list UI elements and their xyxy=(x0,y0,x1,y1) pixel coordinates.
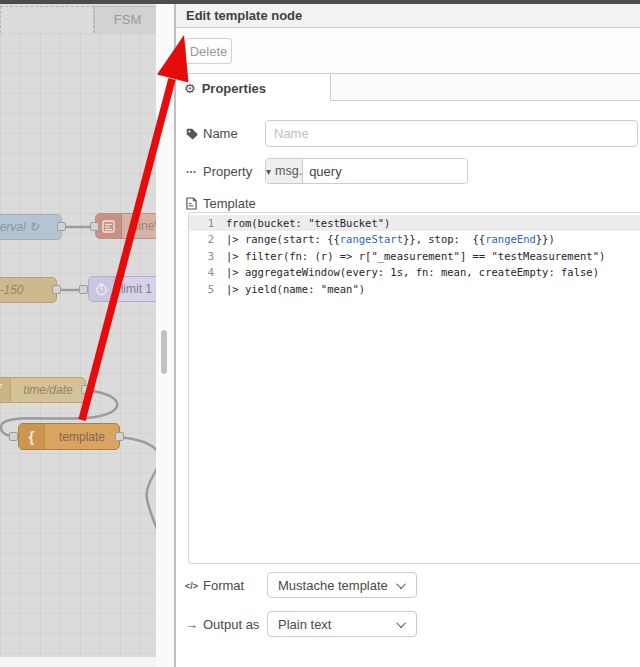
flow-tab-placeholder[interactable] xyxy=(0,6,94,33)
port-interval-out[interactable] xyxy=(57,222,66,231)
tray-body: Name ••• Property ▾ msg. Template xyxy=(176,101,640,667)
ellipsis-icon: ••• xyxy=(185,168,198,175)
canvas-horizontal-scrollbar[interactable] xyxy=(0,657,156,667)
flow-tab-fsm[interactable]: FSM xyxy=(94,6,161,33)
node-s-150[interactable]: s-150 xyxy=(0,277,57,303)
output-value: Plain text xyxy=(278,617,399,632)
flow-tabbar: FSM xyxy=(0,4,156,33)
tab-properties-label: Properties xyxy=(202,81,266,96)
msg-prefix: msg. xyxy=(275,164,302,178)
tag-icon xyxy=(185,128,198,140)
function-icon: f xyxy=(0,378,11,402)
brace-icon: { xyxy=(19,424,45,449)
template-label: Template xyxy=(185,196,256,211)
format-label: </> Format xyxy=(185,578,244,593)
tab-properties[interactable]: ⚙ Properties xyxy=(176,74,331,102)
node-template[interactable]: { template xyxy=(18,423,120,450)
node-time-date[interactable]: f time/date xyxy=(0,377,86,403)
port-timedate-out[interactable] xyxy=(81,385,90,394)
template-editor-lines: 1from(bucket: "testBucket")2|> range(sta… xyxy=(189,213,640,297)
tray-title: Edit template node xyxy=(176,4,640,28)
scrollbar-thumb[interactable] xyxy=(161,330,167,374)
timer-icon xyxy=(89,277,115,301)
property-group: ▾ msg. xyxy=(265,158,468,184)
flow-grid[interactable]: interval ↻ sineW s-150 limit 1 ms xyxy=(0,33,156,657)
code-line: 1from(bucket: "testBucket") xyxy=(189,215,640,231)
code-line: 3|> filter(fn: (r) => r["_measurement"] … xyxy=(189,248,640,264)
port-s150-out[interactable] xyxy=(52,285,61,294)
output-select[interactable]: Plain text xyxy=(267,611,417,637)
header-bar-edge xyxy=(0,0,640,4)
node-limit[interactable]: limit 1 ms xyxy=(88,276,156,302)
canvas-vertical-scrollbar[interactable] xyxy=(156,4,174,667)
tray-tabs: ⚙ Properties xyxy=(176,73,640,101)
node-interval[interactable]: interval ↻ xyxy=(0,214,62,240)
caret-down-icon: ▾ xyxy=(266,166,271,177)
output-label: → Output as xyxy=(185,617,259,632)
code-line: 2|> range(start: {{rangeStart}}, stop: {… xyxy=(189,231,640,247)
arrow-right-icon: → xyxy=(185,617,198,632)
flow-canvas[interactable]: FSM interval ↻ sineW s-150 xyxy=(0,0,156,667)
code-brackets-icon: </> xyxy=(185,581,198,591)
port-template-out[interactable] xyxy=(115,432,124,441)
flow-wires xyxy=(0,33,156,657)
name-label: Name xyxy=(185,126,238,141)
port-template-in[interactable] xyxy=(9,432,18,441)
edit-tray: Edit template node Delete ⚙ Properties N… xyxy=(174,4,640,667)
format-value: Mustache template xyxy=(278,578,399,593)
code-line: 4|> aggregateWindow(every: 1s, fn: mean,… xyxy=(189,264,640,280)
property-input[interactable] xyxy=(303,159,468,183)
msg-type-dropdown[interactable]: ▾ msg. xyxy=(266,159,303,183)
delete-button[interactable]: Delete xyxy=(185,38,232,64)
sinewave-icon xyxy=(96,214,122,238)
property-label: ••• Property xyxy=(185,164,252,179)
node-red-window: FSM interval ↻ sineW s-150 xyxy=(0,0,640,667)
code-line: 5|> yield(name: "mean") xyxy=(189,281,640,297)
gear-icon: ⚙ xyxy=(184,81,196,96)
file-code-icon xyxy=(185,197,198,210)
name-input[interactable] xyxy=(265,120,638,147)
tray-toolbar: Delete xyxy=(176,28,640,73)
template-editor[interactable]: 1from(bucket: "testBucket")2|> range(sta… xyxy=(188,212,640,564)
port-limit-in[interactable] xyxy=(79,285,88,294)
port-sinewave-in[interactable] xyxy=(90,222,99,231)
node-sinewave[interactable]: sineW xyxy=(95,213,156,239)
format-select[interactable]: Mustache template xyxy=(267,572,417,598)
